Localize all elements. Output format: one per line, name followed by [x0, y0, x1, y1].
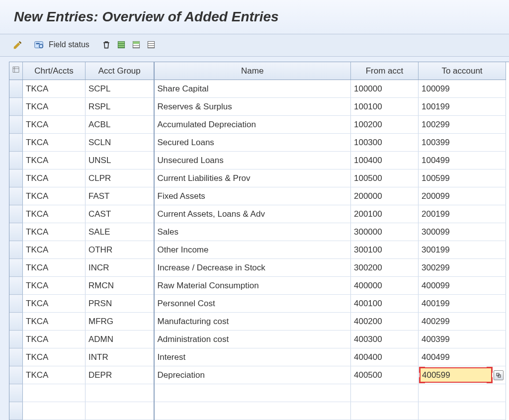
delete-icon[interactable] [100, 39, 112, 50]
cell-chrt-accts[interactable]: TKCA [23, 241, 85, 259]
cell-from-acct[interactable]: 100100 [351, 98, 419, 116]
cell-name[interactable]: Secured Loans [154, 134, 351, 152]
cell-acct-group[interactable]: RSPL [85, 98, 154, 116]
cell-to-account[interactable]: 400399 [419, 331, 506, 348]
cell-to-account[interactable]: 300299 [419, 259, 506, 277]
column-config-icon[interactable] [9, 62, 23, 80]
cell-name[interactable] [154, 384, 351, 402]
col-to-account[interactable]: To account [419, 62, 506, 80]
cell-to-account[interactable]: 400499 [419, 348, 506, 366]
cell-from-acct[interactable]: 100200 [351, 116, 419, 134]
cell-chrt-accts[interactable] [23, 384, 85, 402]
row-selector[interactable] [9, 205, 23, 223]
cell-chrt-accts[interactable]: TKCA [23, 205, 85, 223]
cell-to-account[interactable]: 200099 [419, 187, 506, 205]
cell-chrt-accts[interactable]: TKCA [23, 134, 85, 152]
cell-to-account[interactable]: 400099 [419, 277, 506, 295]
col-acct-group[interactable]: Acct Group [85, 62, 154, 80]
cell-name[interactable]: Interest [154, 348, 351, 366]
cell-name[interactable]: Sales [154, 223, 351, 241]
select-block-icon[interactable] [130, 39, 142, 50]
cell-chrt-accts[interactable]: TKCA [23, 116, 85, 134]
cell-acct-group[interactable]: ADMN [85, 331, 154, 348]
cell-chrt-accts[interactable]: TKCA [23, 169, 85, 187]
row-selector[interactable] [9, 169, 23, 187]
cell-name[interactable]: Other Income [154, 241, 351, 259]
cell-to-account[interactable]: 200199 [419, 205, 506, 223]
cell-acct-group[interactable]: INCR [85, 259, 154, 277]
cell-chrt-accts[interactable]: TKCA [23, 98, 85, 116]
cell-name[interactable]: Accumulated Depreciation [154, 116, 351, 134]
cell-chrt-accts[interactable]: TKCA [23, 80, 85, 98]
cell-to-account[interactable]: 300099 [419, 223, 506, 241]
cell-acct-group[interactable]: SCPL [85, 80, 154, 98]
cell-acct-group[interactable]: UNSL [85, 152, 154, 169]
cell-name[interactable]: Administration cost [154, 331, 351, 348]
row-selector[interactable] [9, 80, 23, 98]
cell-name[interactable]: Manufacturing cost [154, 313, 351, 331]
cell-name[interactable] [154, 402, 351, 420]
cell-from-acct[interactable]: 300100 [351, 241, 419, 259]
row-selector[interactable] [9, 313, 23, 331]
cell-from-acct[interactable]: 400400 [351, 348, 419, 366]
cell-to-account[interactable]: 100599 [419, 169, 506, 187]
cell-acct-group[interactable]: PRSN [85, 295, 154, 313]
col-name[interactable]: Name [154, 62, 351, 80]
cell-from-acct[interactable] [351, 402, 419, 420]
cell-from-acct[interactable]: 200100 [351, 205, 419, 223]
cell-to-account[interactable]: 400199 [419, 295, 506, 313]
cell-acct-group[interactable]: MFRG [85, 313, 154, 331]
to-account-input[interactable]: 400599 [420, 368, 492, 382]
cell-acct-group[interactable]: ACBL [85, 116, 154, 134]
deselect-all-icon[interactable] [145, 39, 157, 50]
cell-chrt-accts[interactable]: TKCA [23, 331, 85, 348]
cell-acct-group[interactable]: FAST [85, 187, 154, 205]
cell-chrt-accts[interactable]: TKCA [23, 152, 85, 169]
cell-from-acct[interactable] [351, 384, 419, 402]
cell-from-acct[interactable]: 200000 [351, 187, 419, 205]
row-selector[interactable] [9, 241, 23, 259]
row-selector[interactable] [9, 152, 23, 169]
cell-to-account[interactable]: 100499 [419, 152, 506, 169]
cell-to-account[interactable]: 400299 [419, 313, 506, 331]
cell-chrt-accts[interactable]: TKCA [23, 259, 85, 277]
cell-to-account[interactable] [419, 384, 506, 402]
cell-acct-group[interactable]: SALE [85, 223, 154, 241]
row-selector[interactable] [9, 116, 23, 134]
col-chrt-accts[interactable]: Chrt/Accts [23, 62, 85, 80]
field-status-label[interactable]: Field status [49, 40, 89, 49]
cell-chrt-accts[interactable]: TKCA [23, 187, 85, 205]
cell-chrt-accts[interactable]: TKCA [23, 366, 85, 384]
cell-from-acct[interactable]: 100500 [351, 169, 419, 187]
row-selector[interactable] [9, 402, 23, 420]
cell-to-account[interactable]: 100199 [419, 98, 506, 116]
cell-from-acct[interactable]: 100300 [351, 134, 419, 152]
cell-to-account[interactable]: 300199 [419, 241, 506, 259]
cell-from-acct[interactable]: 100400 [351, 152, 419, 169]
search-help-icon[interactable] [494, 370, 504, 380]
cell-name[interactable]: Increase / Decrease in Stock [154, 259, 351, 277]
cell-chrt-accts[interactable]: TKCA [23, 295, 85, 313]
row-selector[interactable] [9, 295, 23, 313]
cell-acct-group[interactable]: OTHR [85, 241, 154, 259]
cell-name[interactable]: Current Assets, Loans & Adv [154, 205, 351, 223]
select-all-icon[interactable] [115, 39, 127, 50]
cell-from-acct[interactable]: 400100 [351, 295, 419, 313]
cell-chrt-accts[interactable]: TKCA [23, 348, 85, 366]
row-selector[interactable] [9, 331, 23, 348]
cell-from-acct[interactable]: 300000 [351, 223, 419, 241]
row-selector[interactable] [9, 366, 23, 384]
cell-acct-group[interactable] [85, 402, 154, 420]
cell-chrt-accts[interactable]: TKCA [23, 277, 85, 295]
cell-acct-group[interactable]: DEPR [85, 366, 154, 384]
cell-name[interactable]: Raw Material Consumption [154, 277, 351, 295]
cell-name[interactable]: Fixed Assets [154, 187, 351, 205]
row-selector[interactable] [9, 98, 23, 116]
cell-from-acct[interactable]: 400000 [351, 277, 419, 295]
col-from-acct[interactable]: From acct [351, 62, 419, 80]
row-selector[interactable] [9, 348, 23, 366]
cell-acct-group[interactable]: CLPR [85, 169, 154, 187]
change-icon[interactable] [12, 39, 24, 50]
cell-acct-group[interactable]: INTR [85, 348, 154, 366]
cell-name[interactable]: Depreciation [154, 366, 351, 384]
